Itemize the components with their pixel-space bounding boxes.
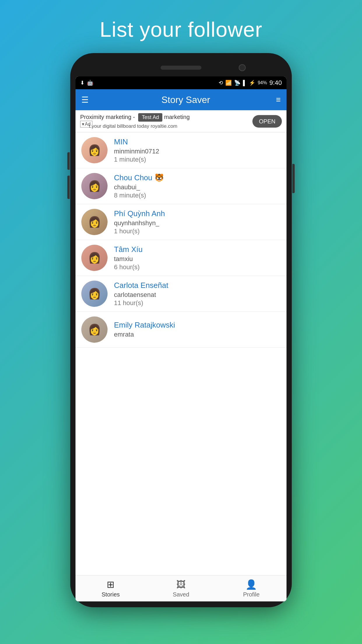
user-time: 6 hour(s) xyxy=(114,263,281,271)
phone-screen: ⬇ 🤖 ⟲ 📶 📡 ▌ ⚡ 94% 9:40 ☰ Story Saver ≡ ▾ xyxy=(75,76,287,601)
status-right-icons: ⟲ 📶 📡 ▌ ⚡ 94% 9:40 xyxy=(219,79,282,87)
ad-chevron: ▾ xyxy=(82,121,84,127)
nfc-icon: ⟲ xyxy=(219,80,223,86)
user-name: Carlota Enseñat xyxy=(114,281,281,290)
user-time: 1 hour(s) xyxy=(114,228,281,235)
menu-icon[interactable]: ☰ xyxy=(81,95,89,105)
user-avatar: 👩 xyxy=(81,245,108,271)
user-avatar: 👩 xyxy=(81,209,108,235)
signal-icon: ▌ xyxy=(243,80,247,86)
user-info: Carlota Enseñatcarlotaensenat11 hour(s) xyxy=(114,281,281,307)
android-icon: 🤖 xyxy=(87,80,93,86)
nav-label-stories: Stories xyxy=(102,591,120,598)
ad-subtext: t your digital billboard today royaltie.… xyxy=(80,123,282,129)
nav-icon-profile: 👤 xyxy=(245,579,257,590)
nav-item-profile[interactable]: 👤Profile xyxy=(216,579,287,598)
avatar-face: 👩 xyxy=(81,316,108,343)
user-handle: carlotaensenat xyxy=(114,291,281,299)
nav-icon-stories: ⊞ xyxy=(107,579,115,590)
nav-label-profile: Profile xyxy=(243,591,260,598)
user-avatar: 👩 xyxy=(81,137,108,163)
user-info: Phí Quỳnh Anhquynhanhshyn_1 hour(s) xyxy=(114,209,281,235)
user-handle: tamxiu xyxy=(114,255,281,263)
avatar-face: 👩 xyxy=(81,245,108,271)
user-list-item[interactable]: 👩Chou Chou 🐯chaubui_8 minute(s) xyxy=(75,168,287,204)
user-list-item[interactable]: 👩Carlota Enseñatcarlotaensenat11 hour(s) xyxy=(75,276,287,312)
avatar-face: 👩 xyxy=(81,173,108,199)
user-list: 👩MINminminmin07121 minute(s)👩Chou Chou 🐯… xyxy=(75,132,287,575)
user-time: 11 hour(s) xyxy=(114,299,281,307)
filter-icon[interactable]: ≡ xyxy=(276,95,281,104)
user-list-item[interactable]: 👩Phí Quỳnh Anhquynhanhshyn_1 hour(s) xyxy=(75,204,287,240)
avatar-face: 👩 xyxy=(81,209,108,235)
ad-title: Proximity marketing - Test Ad marketing xyxy=(80,113,282,122)
nav-item-saved[interactable]: 🖼Saved xyxy=(146,579,216,598)
user-info: Chou Chou 🐯chaubui_8 minute(s) xyxy=(114,173,281,199)
phone-top-bar xyxy=(75,59,287,76)
sim-icon: 📶 xyxy=(225,80,232,86)
nav-icon-saved: 🖼 xyxy=(176,579,186,590)
lightning-icon: ⚡ xyxy=(249,80,255,86)
ad-label: ▾ Ad xyxy=(80,121,92,127)
user-handle: emrata xyxy=(114,331,281,338)
user-info: Tâm Xíutamxiu6 hour(s) xyxy=(114,245,281,271)
download-icon: ⬇ xyxy=(80,80,85,86)
side-button-right xyxy=(292,164,295,193)
ad-open-button[interactable]: OPEN xyxy=(252,115,282,127)
user-handle: minminmin0712 xyxy=(114,148,281,155)
app-toolbar: ☰ Story Saver ≡ xyxy=(75,89,287,110)
user-time: 1 minute(s) xyxy=(114,156,281,163)
app-title: Story Saver xyxy=(96,94,276,105)
wifi-icon: 📡 xyxy=(234,80,240,86)
avatar-face: 👩 xyxy=(81,281,108,307)
phone-camera xyxy=(239,64,246,71)
user-list-item[interactable]: 👩Tâm Xíutamxiu6 hour(s) xyxy=(75,240,287,276)
ad-test-badge: Test Ad xyxy=(138,113,162,122)
user-name: MIN xyxy=(114,137,281,146)
user-avatar: 👩 xyxy=(81,316,108,343)
status-left-icons: ⬇ 🤖 xyxy=(80,80,93,86)
user-handle: quynhanhshyn_ xyxy=(114,219,281,227)
user-info: MINminminmin07121 minute(s) xyxy=(114,137,281,163)
side-button-left xyxy=(67,152,70,170)
user-list-item[interactable]: 👩Emily Ratajkowskiemrata xyxy=(75,312,287,348)
status-bar: ⬇ 🤖 ⟲ 📶 📡 ▌ ⚡ 94% 9:40 xyxy=(75,76,287,89)
user-info: Emily Ratajkowskiemrata xyxy=(114,321,281,339)
status-time: 9:40 xyxy=(269,79,282,87)
nav-item-stories[interactable]: ⊞Stories xyxy=(75,579,146,598)
side-button-left2 xyxy=(67,176,70,199)
user-name: Emily Ratajkowski xyxy=(114,321,281,330)
bottom-nav: ⊞Stories🖼Saved👤Profile xyxy=(75,575,287,601)
user-name: Tâm Xíu xyxy=(114,245,281,254)
user-avatar: 👩 xyxy=(81,281,108,307)
user-list-item[interactable]: 👩MINminminmin07121 minute(s) xyxy=(75,132,287,168)
phone-speaker xyxy=(161,66,201,70)
page-background-title: List your follower xyxy=(100,18,262,41)
nav-label-saved: Saved xyxy=(173,591,189,598)
ad-banner: ▾ Ad Proximity marketing - Test Ad marke… xyxy=(75,110,287,132)
user-name: Phí Quỳnh Anh xyxy=(114,209,281,218)
user-time: 8 minute(s) xyxy=(114,192,281,199)
phone-shell: ⬇ 🤖 ⟲ 📶 📡 ▌ ⚡ 94% 9:40 ☰ Story Saver ≡ ▾ xyxy=(70,53,292,607)
user-handle: chaubui_ xyxy=(114,183,281,191)
user-name: Chou Chou 🐯 xyxy=(114,173,281,182)
battery-level: 94% xyxy=(258,80,267,85)
user-avatar: 👩 xyxy=(81,173,108,199)
avatar-face: 👩 xyxy=(81,137,108,163)
